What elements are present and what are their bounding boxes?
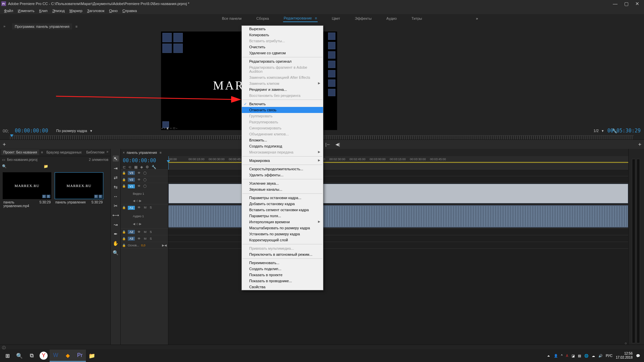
track-select-tool-icon[interactable]: ⇥	[114, 166, 118, 171]
bin-icon[interactable]: ▭	[2, 158, 5, 162]
panel-menu-icon[interactable]: ≡	[160, 151, 162, 155]
ripple-edit-tool-icon[interactable]: ⇄	[114, 175, 118, 180]
project-thumb[interactable]: MARREX.RU▯▯панель управления5:30:29	[55, 172, 103, 208]
sublime-icon[interactable]: ◆	[62, 350, 74, 362]
clock[interactable]: 12:56 17.02.2018	[616, 352, 633, 360]
context-menu-item[interactable]: Показать в проекте	[242, 272, 323, 278]
panel-menu-icon[interactable]: ≡	[41, 150, 43, 154]
rolling-edit-tool-icon[interactable]: ⇆	[114, 184, 118, 190]
tray-up-icon[interactable]: ^	[561, 354, 563, 358]
track-master[interactable]	[168, 242, 628, 249]
lock-icon[interactable]: 🔒	[122, 206, 126, 209]
slip-tool-icon[interactable]: ⟷	[112, 213, 119, 218]
close-tab-icon[interactable]: ×	[123, 151, 125, 155]
video-clip[interactable]	[168, 184, 628, 203]
menu-эпизод[interactable]: Эпизод	[50, 8, 67, 13]
context-menu-item[interactable]: Масштабировать по размеру кадра	[242, 225, 323, 231]
fit-dropdown[interactable]: По размеру кадра ▾	[56, 129, 92, 133]
sync-lock-icon[interactable]: ◯	[143, 171, 147, 175]
selection-tool-icon[interactable]: ↖	[113, 156, 119, 162]
track-content[interactable]	[168, 170, 628, 353]
keyframe-nav[interactable]: ◀ ◇ ▶	[122, 222, 167, 226]
markers-icon[interactable]: ◈	[140, 165, 143, 169]
word-icon[interactable]: W	[50, 350, 62, 362]
zoom-tool-icon[interactable]: 🔍	[113, 250, 118, 255]
tray-up-icon[interactable]: ⏶	[547, 354, 550, 358]
tray-app-icon[interactable]: ◪	[572, 354, 575, 358]
nest-icon[interactable]: ⊏	[123, 165, 126, 169]
workspace-tab[interactable]: Эффекты	[354, 15, 372, 22]
workspace-tab[interactable]: Редактирование ≡	[283, 15, 318, 22]
context-menu-item[interactable]: Интерполяция времени▶	[242, 219, 323, 225]
mute-button[interactable]: M	[143, 237, 147, 240]
hand-tool-icon[interactable]: ✋	[113, 241, 118, 246]
mute-button[interactable]: M	[143, 206, 147, 209]
workspace-tab[interactable]: Сборка	[256, 15, 270, 22]
context-menu-item[interactable]: Очистить	[242, 44, 323, 50]
lock-icon[interactable]: 🔒	[122, 237, 126, 240]
libraries-tab[interactable]: Библиотеки	[84, 149, 106, 155]
lock-icon[interactable]: 🔒	[122, 244, 126, 247]
tray-app-icon[interactable]: ▤	[578, 354, 581, 358]
track-target-v1[interactable]: V1	[128, 184, 135, 188]
context-menu-item[interactable]: Включить✓	[242, 101, 323, 107]
context-menu-item[interactable]: Создать подэпизод	[242, 143, 323, 149]
track-target-a3[interactable]: A3	[128, 237, 135, 241]
button-editor-button[interactable]: +	[638, 141, 641, 147]
lock-icon[interactable]: 🔒	[122, 178, 126, 181]
sync-lock-icon[interactable]: ◯	[143, 184, 147, 188]
eye-icon[interactable]: 👁	[137, 230, 141, 234]
track-target-v2[interactable]: V2	[128, 178, 135, 182]
task-view-icon[interactable]: ⧉	[25, 350, 38, 362]
context-menu-item[interactable]: Переименовать...	[242, 260, 323, 266]
workspace-tab[interactable]: Аудио	[386, 15, 397, 22]
track-target-v3[interactable]: V3	[128, 171, 135, 175]
settings-icon[interactable]: ⚙	[146, 165, 149, 169]
timeline-timecode[interactable]: 00:00:00:00	[123, 158, 166, 164]
step-back-button[interactable]: ◀|	[335, 142, 340, 147]
context-menu-item[interactable]: Создать подклип...	[242, 266, 323, 272]
thumb-preview[interactable]: MARREX.RU▯▯	[3, 172, 51, 199]
work-area-bar[interactable]	[168, 162, 628, 163]
audio-clip[interactable]	[168, 205, 628, 228]
wrench-icon[interactable]: 🔧	[152, 165, 156, 169]
context-menu-item[interactable]: Скорость/продолжительность...	[242, 166, 323, 172]
eye-icon[interactable]: 👁	[137, 171, 141, 175]
track-v2[interactable]	[168, 176, 628, 183]
sync-lock-icon[interactable]: ◯	[143, 178, 147, 181]
minimize-button[interactable]: —	[613, 1, 618, 6]
go-to-in-button[interactable]: |←	[325, 142, 331, 147]
track-v1[interactable]	[168, 183, 628, 204]
expand-icon[interactable]: ▶◀	[162, 244, 167, 247]
notifications-icon[interactable]: 💬	[636, 354, 640, 358]
context-menu-item[interactable]: Вложить...	[242, 137, 323, 143]
project-thumb[interactable]: MARREX.RU▯▯панель управления.mp45:30:29	[3, 172, 51, 208]
linked-selection-icon[interactable]: ▦	[134, 165, 138, 169]
pen-tool-icon[interactable]: ✒	[114, 231, 118, 237]
solo-button[interactable]: S	[149, 206, 153, 209]
menu-изменить[interactable]: Изменить	[16, 8, 37, 13]
razor-tool-icon[interactable]: ✂	[114, 203, 118, 208]
onedrive-icon[interactable]: ☁	[592, 354, 595, 358]
snap-icon[interactable]: ⊂	[128, 165, 131, 169]
folder-icon[interactable]: 📁	[44, 164, 48, 169]
context-menu-item[interactable]: Вставить сегмент остановки кадра	[242, 207, 323, 213]
lock-icon[interactable]: 🔒	[122, 171, 126, 175]
context-menu-item[interactable]: Добавить остановку кадра	[242, 201, 323, 207]
yandex-browser-icon[interactable]: Y	[40, 352, 48, 360]
eye-icon[interactable]: 👁	[137, 184, 141, 188]
people-icon[interactable]: 👤	[554, 354, 558, 358]
eye-icon[interactable]: 👁	[137, 206, 141, 209]
context-menu-item[interactable]: Свойства	[242, 284, 323, 290]
menu-файл[interactable]: Файл	[2, 8, 15, 13]
close-button[interactable]: ✕	[635, 1, 639, 6]
master-value[interactable]: 0,0	[141, 244, 146, 247]
slide-tool-icon[interactable]: ↝	[114, 222, 118, 227]
start-button[interactable]: ⊞	[1, 350, 13, 362]
menu-клип[interactable]: Клип	[37, 8, 50, 13]
menu-справка[interactable]: Справка	[120, 8, 139, 13]
mute-button[interactable]: M	[143, 230, 147, 234]
track-a3[interactable]	[168, 235, 628, 242]
context-menu-item[interactable]: Удаление со сдвигом	[242, 50, 323, 56]
eye-icon[interactable]: 👁	[137, 178, 141, 181]
